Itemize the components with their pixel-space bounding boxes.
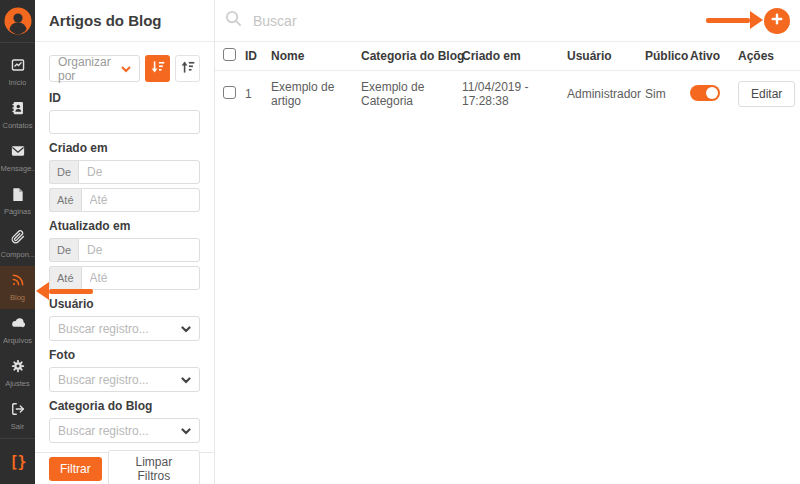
table-row: 1 Exemplo de artigo Exemplo de Categoria… xyxy=(215,71,800,120)
sidebar-item-paginas[interactable]: Páginas xyxy=(0,180,35,223)
sort-by-placeholder: Organizar por xyxy=(58,55,121,83)
column-header-categoria: Categoria do Blog xyxy=(361,42,462,71)
select-placeholder: Buscar registro... xyxy=(58,424,149,438)
filter-panel-body: Organizar por xyxy=(35,42,214,452)
gear-icon xyxy=(11,359,25,377)
records-table: ID Nome Categoria do Blog Criado em Usuá… xyxy=(215,42,800,119)
user-avatar-icon xyxy=(4,7,32,39)
chart-icon xyxy=(11,58,25,76)
chevron-down-icon xyxy=(121,62,131,76)
select-placeholder: Buscar registro... xyxy=(58,322,149,336)
sidebar-item-mensagens[interactable]: Mensage... xyxy=(0,137,35,180)
sidebar-item-blog[interactable]: Blog xyxy=(0,266,35,309)
select-all-checkbox[interactable] xyxy=(223,48,236,61)
sort-by-select[interactable]: Organizar por xyxy=(49,55,140,82)
chevron-down-icon xyxy=(181,424,191,438)
cell-nome: Exemplo de artigo xyxy=(271,71,361,120)
cell-id: 1 xyxy=(245,71,271,120)
filter-criado-ate-input[interactable] xyxy=(81,188,200,212)
filter-panel-footer: Filtrar Limpar Filtros xyxy=(35,452,214,484)
filter-criado-de-input[interactable] xyxy=(78,160,200,184)
filter-label-categoria: Categoria do Blog xyxy=(49,400,200,413)
column-header-ativo: Ativo xyxy=(690,42,738,71)
criado-ate-group: Até xyxy=(49,188,200,212)
filter-usuario-select[interactable]: Buscar registro... xyxy=(49,316,200,341)
sidebar-footer: [} xyxy=(0,438,35,484)
sort-row: Organizar por xyxy=(49,55,200,82)
filter-atualizado-ate-input[interactable] xyxy=(81,266,200,290)
atualizado-de-group: De xyxy=(49,238,200,262)
cell-publico: Sim xyxy=(645,71,690,120)
filter-label-foto: Foto xyxy=(49,349,200,362)
sidebar-item-label: Início xyxy=(9,79,27,87)
sort-amount-down-icon xyxy=(151,60,165,77)
contacts-icon xyxy=(11,101,25,119)
actions-cell: Editar xyxy=(738,81,788,107)
filter-label-criado-em: Criado em xyxy=(49,142,200,155)
ativo-toggle[interactable] xyxy=(690,85,720,101)
de-prefix-label: De xyxy=(49,238,78,262)
sidebar-item-ajustes[interactable]: Ajustes xyxy=(0,352,35,395)
filter-foto-select[interactable]: Buscar registro... xyxy=(49,367,200,392)
sidebar-item-contatos[interactable]: Contatos xyxy=(0,94,35,137)
filter-label-usuario: Usuário xyxy=(49,298,200,311)
ate-prefix-label: Até xyxy=(49,266,81,290)
filter-atualizado-de-input[interactable] xyxy=(78,238,200,262)
sidebar-item-componentes[interactable]: Compon... xyxy=(0,223,35,266)
main-content: ID Nome Categoria do Blog Criado em Usuá… xyxy=(215,0,800,484)
sidebar-item-label: Blog xyxy=(10,294,25,302)
add-record-button[interactable] xyxy=(764,8,790,34)
sidebar-item-label: Ajustes xyxy=(5,380,30,388)
filter-label-atualizado-em: Atualizado em xyxy=(49,220,200,233)
cell-criado-em: 11/04/2019 - 17:28:38 xyxy=(462,71,567,120)
limpar-filtros-button[interactable]: Limpar Filtros xyxy=(108,450,200,484)
sidebar-item-sair[interactable]: Sair xyxy=(0,395,35,438)
paperclip-icon xyxy=(11,230,25,248)
filter-panel-header: Artigos do Blog xyxy=(35,0,214,42)
search-input[interactable] xyxy=(251,12,755,30)
plus-icon xyxy=(770,12,784,29)
filter-panel: Artigos do Blog Organizar por xyxy=(35,0,215,484)
criado-de-group: De xyxy=(49,160,200,184)
editar-button[interactable]: Editar xyxy=(738,81,795,107)
cell-categoria: Exemplo de Categoria xyxy=(361,71,462,120)
app-window: Início Contatos xyxy=(0,0,800,484)
filter-id-input[interactable] xyxy=(49,110,200,134)
page-icon xyxy=(11,187,25,205)
chevron-down-icon xyxy=(181,322,191,336)
sidebar-item-inicio[interactable]: Início xyxy=(0,51,35,94)
row-checkbox[interactable] xyxy=(223,86,236,99)
chevron-down-icon xyxy=(181,373,191,387)
select-placeholder: Buscar registro... xyxy=(58,373,149,387)
envelope-icon xyxy=(11,144,25,162)
sidebar-item-label: Mensage... xyxy=(1,165,35,173)
ate-prefix-label: Até xyxy=(49,188,81,212)
cloud-icon xyxy=(11,316,25,334)
filtrar-button[interactable]: Filtrar xyxy=(49,457,102,481)
atualizado-ate-group: Até xyxy=(49,266,200,290)
sidebar-item-arquivos[interactable]: Arquivos xyxy=(0,309,35,352)
logout-icon xyxy=(11,402,25,420)
table-header-row: ID Nome Categoria do Blog Criado em Usuá… xyxy=(215,42,800,71)
column-header-nome: Nome xyxy=(271,42,361,71)
column-header-usuario: Usuário xyxy=(567,42,645,71)
sidebar-item-label: Páginas xyxy=(4,208,31,216)
column-header-acoes: Ações xyxy=(738,42,800,71)
page-title: Artigos do Blog xyxy=(49,12,162,29)
de-prefix-label: De xyxy=(49,160,78,184)
sort-amount-up-icon xyxy=(181,60,195,77)
filter-label-id: ID xyxy=(49,92,200,105)
sidebar-item-label: Arquivos xyxy=(3,337,32,345)
sort-ascending-button[interactable] xyxy=(175,55,200,82)
sidebar-nav: Início Contatos xyxy=(0,43,35,438)
sort-descending-button[interactable] xyxy=(145,55,170,82)
filter-categoria-select[interactable]: Buscar registro... xyxy=(49,418,200,443)
sidebar-item-label: Compon... xyxy=(1,251,35,259)
sidebar-item-label: Contatos xyxy=(2,122,32,130)
column-header-id: ID xyxy=(245,42,271,71)
column-header-criado-em: Criado em xyxy=(462,42,567,71)
column-header-publico: Público xyxy=(645,42,690,71)
brackets-logo-icon: [} xyxy=(9,453,25,471)
app-logo[interactable] xyxy=(0,0,35,43)
search-icon xyxy=(225,10,242,31)
